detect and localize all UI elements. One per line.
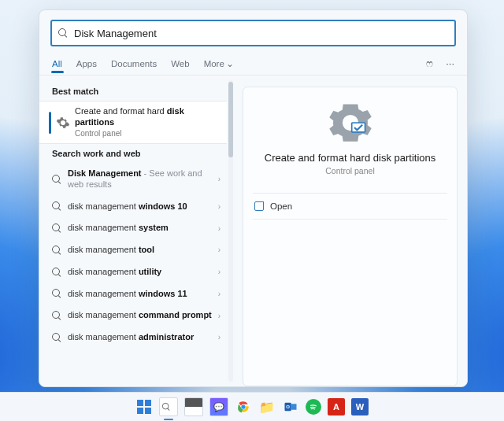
suggestion-label: disk management windows 10	[68, 201, 218, 212]
search-icon	[52, 223, 61, 233]
search-box[interactable]	[50, 20, 456, 46]
svg-text:O: O	[286, 404, 290, 409]
suggestion-item[interactable]: disk management windows 10›	[49, 196, 227, 218]
suggestion-label: disk management tool	[68, 245, 218, 256]
chevron-right-icon: ›	[218, 312, 220, 320]
search-icon	[52, 201, 61, 211]
best-match-item[interactable]: Create and format hard disk partitions C…	[39, 101, 227, 144]
svg-point-2	[241, 404, 245, 408]
search-icon	[52, 289, 61, 298]
chevron-right-icon: ›	[218, 224, 220, 233]
suggestion-label: disk management system	[68, 223, 218, 234]
suggestion-item[interactable]: Disk Management - See work and web resul…	[49, 163, 227, 196]
filter-tabs: All Apps Documents Web More⌄ ෆ ···	[39, 53, 467, 76]
tab-apps[interactable]: Apps	[76, 59, 97, 68]
org-search-icon[interactable]: ෆ	[426, 57, 433, 70]
adobe-reader-icon[interactable]: A	[328, 398, 345, 415]
search-icon	[58, 28, 68, 38]
detail-card: Create and format hard disk partitions C…	[243, 87, 458, 386]
chevron-right-icon: ›	[218, 175, 220, 183]
results-right: Create and format hard disk partitions C…	[233, 76, 467, 386]
tab-more[interactable]: More⌄	[204, 58, 234, 69]
search-icon	[52, 175, 61, 184]
suggestion-item[interactable]: disk management windows 11›	[49, 283, 227, 305]
open-label: Open	[270, 201, 292, 211]
suggestion-item[interactable]: disk management system›	[49, 217, 227, 239]
search-input[interactable]	[72, 27, 448, 40]
results-body: Best match Create and format hard disk p…	[39, 76, 467, 386]
search-row	[39, 10, 467, 53]
chevron-right-icon: ›	[218, 290, 220, 298]
spotify-icon[interactable]	[306, 399, 321, 415]
suggestion-label: disk management windows 11	[68, 289, 218, 300]
chevron-right-icon: ›	[218, 333, 220, 342]
gear-large-icon	[329, 102, 372, 144]
best-match-header: Best match	[49, 82, 227, 101]
chevron-down-icon: ⌄	[226, 58, 234, 69]
suggestion-label: disk management command prompt	[68, 310, 218, 321]
chevron-right-icon: ›	[218, 246, 220, 254]
suggestion-item[interactable]: disk management tool›	[49, 239, 227, 261]
suggestion-item[interactable]: disk management utility›	[49, 261, 227, 283]
svg-rect-0	[351, 123, 365, 132]
detail-sub: Control panel	[325, 166, 374, 175]
tab-all[interactable]: All	[52, 59, 62, 68]
open-action[interactable]: Open	[253, 193, 447, 220]
search-icon	[52, 268, 61, 277]
suggestion-item[interactable]: disk management command prompt›	[49, 305, 227, 327]
chrome-icon[interactable]	[235, 398, 252, 415]
file-explorer-icon[interactable]: 📁	[258, 398, 276, 415]
suggestion-item[interactable]: disk management administrator›	[49, 327, 227, 349]
tab-web[interactable]: Web	[171, 59, 189, 68]
search-panel: All Apps Documents Web More⌄ ෆ ··· Best …	[39, 9, 468, 387]
best-match-text: Create and format hard disk partitions C…	[75, 106, 184, 138]
taskbar-search[interactable]	[159, 397, 178, 416]
gear-icon	[56, 116, 70, 130]
selection-accent	[49, 112, 51, 134]
more-options-icon[interactable]: ···	[446, 57, 454, 70]
search-icon	[162, 403, 170, 411]
outlook-icon[interactable]: O	[282, 398, 299, 415]
search-icon	[52, 333, 61, 342]
search-web-header: Search work and web	[49, 144, 227, 163]
search-icon	[52, 311, 61, 320]
results-left: Best match Create and format hard disk p…	[39, 76, 227, 386]
suggestion-label: disk management utility	[68, 267, 218, 278]
suggestion-list: Disk Management - See work and web resul…	[49, 163, 227, 349]
suggestion-label: disk management administrator	[68, 332, 218, 343]
chat-icon[interactable]: 💬	[209, 397, 228, 416]
tab-documents[interactable]: Documents	[111, 59, 157, 68]
windows-logo-icon	[137, 400, 151, 414]
word-icon[interactable]: W	[351, 398, 369, 415]
suggestion-label: Disk Management - See work and web resul…	[68, 168, 218, 190]
start-button[interactable]	[135, 398, 153, 415]
search-icon	[52, 246, 61, 255]
task-view[interactable]	[184, 397, 203, 416]
svg-rect-5	[291, 404, 297, 410]
taskbar: 💬 📁 O A W	[0, 392, 504, 421]
open-icon	[254, 201, 264, 211]
chevron-right-icon: ›	[218, 268, 220, 276]
detail-title: Create and format hard disk partitions	[265, 152, 436, 164]
chevron-right-icon: ›	[218, 202, 220, 211]
